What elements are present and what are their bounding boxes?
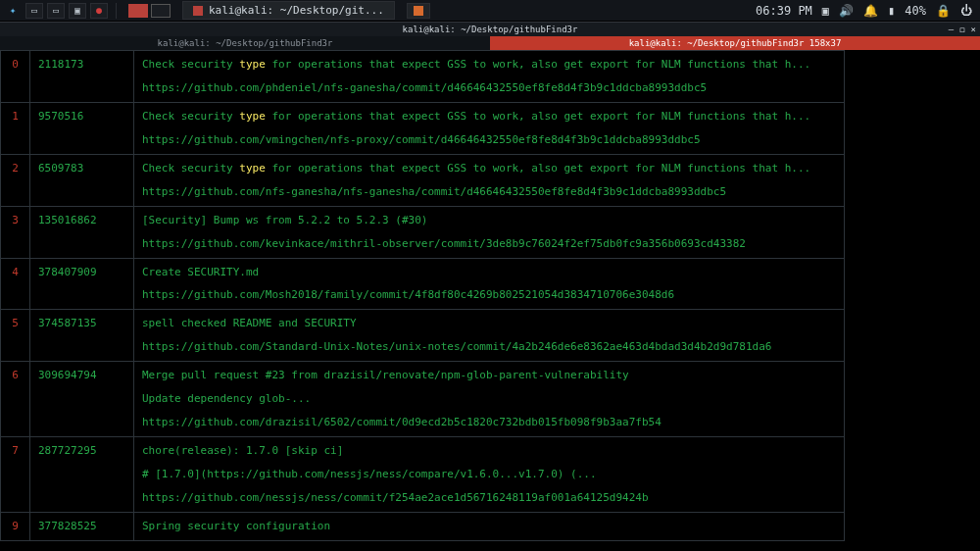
result-message: Merge pull request #23 from drazisil/ren… (134, 362, 845, 437)
result-message: Check security type for operations that … (134, 102, 845, 154)
result-hash: 6509783 (30, 154, 134, 206)
extra-task-icon (414, 6, 423, 16)
table-row: 02118173Check security type for operatio… (1, 51, 845, 103)
lock-icon[interactable]: 🔒 (936, 4, 951, 18)
result-message: Spring security configuration (134, 512, 845, 540)
result-index: 9 (1, 512, 30, 540)
launcher-files-icon[interactable]: ▭ (25, 3, 43, 19)
result-hash: 377828525 (30, 512, 134, 540)
panel-right: 06:39 PM ▣ 🔊 🔔 ▮ 40% 🔒 ⏻ (756, 4, 980, 18)
table-row: 19570516Check security type for operatio… (1, 102, 845, 154)
window-minimize-icon[interactable]: – (949, 25, 954, 34)
result-hash: 309694794 (30, 362, 134, 437)
workspace-switcher[interactable] (128, 4, 171, 18)
window-titlebar[interactable]: kali@kali: ~/Desktop/githubFind3r – ◻ × (0, 23, 980, 36)
terminal-tab-2[interactable]: kali@kali: ~/Desktop/githubFind3r 158x37 (490, 36, 980, 50)
window-close-icon[interactable]: × (971, 25, 976, 34)
results-table: 02118173Check security type for operatio… (0, 50, 845, 541)
terminal-empty-right (845, 58, 980, 551)
result-index: 3 (1, 206, 30, 258)
terminal-tab-label: kali@kali: ~/Desktop/githubFind3r (158, 38, 333, 48)
battery-percent: 40% (905, 4, 926, 18)
workspace-1[interactable] (128, 4, 148, 18)
result-hash: 378407909 (30, 258, 134, 310)
panel-left: ✦ ▭ ▭ ▣ ● kali@kali: ~/Desktop/git... (0, 1, 430, 20)
clock[interactable]: 06:39 PM (756, 4, 812, 18)
result-index: 2 (1, 154, 30, 206)
result-index: 6 (1, 362, 30, 437)
terminal-tab-label: kali@kali: ~/Desktop/githubFind3r 158x37 (629, 38, 842, 48)
result-message: Check security type for operations that … (134, 154, 845, 206)
taskbar-item-label: kali@kali: ~/Desktop/git... (209, 4, 384, 17)
workspace-2[interactable] (151, 4, 171, 18)
result-hash: 9570516 (30, 102, 134, 154)
result-index: 0 (1, 51, 30, 103)
result-hash: 287727295 (30, 437, 134, 513)
taskbar-item-terminal[interactable]: kali@kali: ~/Desktop/git... (182, 1, 395, 20)
result-hash: 374587135 (30, 310, 134, 362)
show-desktop-icon[interactable]: ▣ (822, 4, 829, 18)
table-row: 6309694794Merge pull request #23 from dr… (1, 362, 845, 437)
battery-icon[interactable]: ▮ (888, 4, 895, 18)
power-icon[interactable]: ⏻ (960, 4, 972, 18)
terminal-body[interactable]: 02118173Check security type for operatio… (0, 50, 845, 551)
table-row: 4378407909Create SECURITY.mdhttps://gith… (1, 258, 845, 310)
table-row: 3135016862[Security] Bump ws from 5.2.2 … (1, 206, 845, 258)
terminal-tab-bar: kali@kali: ~/Desktop/githubFind3r kali@k… (0, 36, 980, 50)
result-hash: 2118173 (30, 51, 134, 103)
launcher-record-icon[interactable]: ● (90, 3, 108, 19)
terminal-tab-1[interactable]: kali@kali: ~/Desktop/githubFind3r (0, 36, 490, 50)
result-hash: 135016862 (30, 206, 134, 258)
terminal-window: kali@kali: ~/Desktop/githubFind3r – ◻ × … (0, 22, 980, 551)
result-message: chore(release): 1.7.0 [skip ci]# [1.7.0]… (134, 437, 845, 513)
result-message: Create SECURITY.mdhttps://github.com/Mos… (134, 258, 845, 310)
result-index: 1 (1, 102, 30, 154)
window-maximize-icon[interactable]: ◻ (959, 25, 964, 34)
notifications-icon[interactable]: 🔔 (863, 4, 878, 18)
window-title: kali@kali: ~/Desktop/githubFind3r (403, 25, 578, 34)
launcher-terminal-icon[interactable]: ▣ (69, 3, 86, 19)
result-index: 4 (1, 258, 30, 310)
table-row: 7287727295chore(release): 1.7.0 [skip ci… (1, 437, 845, 513)
table-row: 5374587135spell checked README and SECUR… (1, 310, 845, 362)
kali-menu-icon[interactable]: ✦ (4, 2, 22, 20)
result-message: Check security type for operations that … (134, 51, 845, 103)
result-message: spell checked README and SECURITYhttps:/… (134, 310, 845, 362)
taskbar-item-extra[interactable] (407, 3, 430, 19)
result-index: 7 (1, 437, 30, 513)
table-row: 9377828525Spring security configuration (1, 512, 845, 540)
result-index: 5 (1, 310, 30, 362)
terminal-task-icon (193, 6, 203, 16)
system-panel: ✦ ▭ ▭ ▣ ● kali@kali: ~/Desktop/git... 06… (0, 0, 980, 22)
table-row: 26509783Check security type for operatio… (1, 154, 845, 206)
launcher-browser-icon[interactable]: ▭ (47, 3, 65, 19)
result-message: [Security] Bump ws from 5.2.2 to 5.2.3 (… (134, 206, 845, 258)
volume-icon[interactable]: 🔊 (839, 4, 854, 18)
window-buttons: – ◻ × (949, 25, 976, 34)
